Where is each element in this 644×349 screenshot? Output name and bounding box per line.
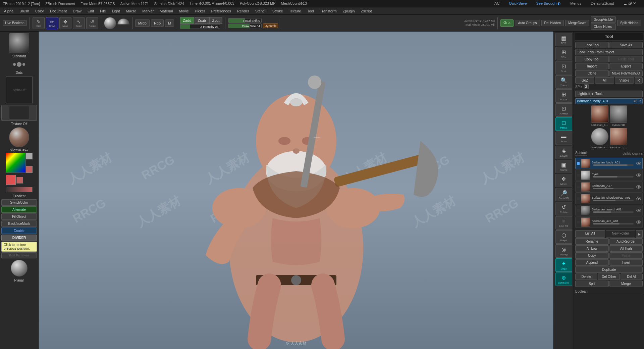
subtool-eye-1[interactable] bbox=[636, 162, 641, 165]
scr4-btn[interactable]: ⊡ Scr4 bbox=[555, 61, 572, 74]
spix-display-val[interactable]: 3 bbox=[584, 84, 589, 89]
grp-btn[interactable]: Grp. bbox=[500, 19, 514, 27]
m-btn[interactable]: M bbox=[165, 19, 174, 27]
brush-preview[interactable] bbox=[9, 33, 29, 53]
load-tools-from-project-btn[interactable]: Load Tools From Project bbox=[575, 49, 643, 55]
zcut-btn[interactable]: Zcut bbox=[209, 17, 222, 24]
menu-file[interactable]: File bbox=[97, 8, 109, 14]
menu-stroke[interactable]: Stroke bbox=[270, 8, 286, 14]
move-viewport-btn[interactable]: ✥ Move bbox=[555, 174, 572, 187]
r-btn[interactable]: R bbox=[635, 77, 643, 84]
menu-zplugin[interactable]: Zplugin bbox=[340, 8, 358, 14]
goz-btn[interactable]: GoZ bbox=[575, 77, 594, 84]
menus-btn[interactable]: Menus bbox=[570, 1, 581, 6]
menu-material[interactable]: Material bbox=[157, 8, 175, 14]
dots-preview[interactable] bbox=[9, 59, 29, 69]
rename-btn[interactable]: Rename bbox=[575, 238, 609, 245]
divider-btn[interactable]: DIVIDER bbox=[1, 235, 37, 241]
subtool-eye-5[interactable] bbox=[636, 209, 641, 212]
lightbox-tools-btn[interactable]: Lightbox ► Tools bbox=[575, 91, 643, 97]
auto-groups-btn[interactable]: Auto Groups bbox=[515, 20, 540, 26]
move-btn[interactable]: ✥ Move bbox=[59, 17, 71, 29]
close-holes-btn[interactable]: Close Holes bbox=[591, 23, 616, 30]
menu-color[interactable]: Color bbox=[33, 8, 47, 14]
new-folder-btn[interactable]: New Folder bbox=[606, 230, 636, 238]
window-controls[interactable]: 🗕 🗗 ✕ bbox=[624, 1, 636, 6]
visible-btn[interactable]: Visible bbox=[615, 77, 634, 84]
make-polymesh-btn[interactable]: Make PolyMesh3D bbox=[609, 70, 643, 77]
see-through-btn[interactable]: See-through ◐ bbox=[536, 1, 561, 6]
floor-btn[interactable]: ▬ Floor bbox=[555, 132, 572, 145]
mrgb-btn[interactable]: Mrgb bbox=[135, 19, 150, 27]
tertiary-color-swatch[interactable] bbox=[26, 166, 33, 173]
menu-macro[interactable]: Macro bbox=[123, 8, 139, 14]
save-as-btn[interactable]: Save As bbox=[609, 42, 643, 48]
subtool-slider-6[interactable] bbox=[593, 223, 634, 225]
subtool-eye-2[interactable] bbox=[636, 173, 641, 177]
subtool-slider-5[interactable] bbox=[593, 211, 634, 213]
alternate-btn[interactable]: Alternate bbox=[1, 206, 37, 213]
switch-color-btn[interactable]: SwitchColor bbox=[1, 199, 37, 206]
primary-color-swatch[interactable] bbox=[6, 175, 16, 185]
list-all-btn[interactable]: List All bbox=[575, 230, 605, 238]
all-high-btn[interactable]: All High bbox=[609, 245, 643, 252]
menu-zscript[interactable]: Zscript bbox=[358, 8, 375, 14]
gradient-label[interactable]: Gradient bbox=[1, 194, 37, 199]
duplicate-btn[interactable]: Duplicate bbox=[575, 266, 643, 273]
subtool-eye-3[interactable] bbox=[636, 185, 641, 189]
menu-movie[interactable]: Movie bbox=[176, 8, 191, 14]
menu-transform[interactable]: Transform bbox=[317, 8, 339, 14]
subtool-item-5[interactable]: Barbarian_sword_A01 bbox=[575, 205, 643, 216]
edit-btn[interactable]: ✎ Edit bbox=[33, 17, 45, 29]
subtool-slider-2[interactable] bbox=[593, 176, 634, 178]
texture-off-label[interactable]: Texture Off bbox=[1, 121, 37, 127]
subtool-item-2[interactable]: Eyes bbox=[575, 169, 643, 181]
texture-off-btn[interactable] bbox=[1, 105, 37, 121]
aahalf-btn[interactable]: ⊡ AAHalf bbox=[555, 103, 572, 117]
tool-thumb-simple-brush[interactable]: SimpleBrush bbox=[591, 128, 608, 149]
zoom-btn[interactable]: 🔍 Zoom bbox=[555, 75, 572, 89]
menu-tool[interactable]: Tool bbox=[305, 8, 317, 14]
append-btn[interactable]: Append bbox=[575, 259, 609, 266]
subtool-slider-3[interactable] bbox=[593, 188, 634, 189]
auto-reorder-btn[interactable]: AutoReorder bbox=[609, 238, 643, 245]
spix-btn[interactable]: ⊞ SPix bbox=[555, 47, 572, 60]
subtool-eye-6[interactable] bbox=[636, 220, 641, 224]
half-sphere-icon[interactable] bbox=[117, 18, 129, 31]
zadd-btn[interactable]: Zadd bbox=[180, 17, 194, 24]
draw-btn[interactable]: ✏ Draw bbox=[46, 17, 58, 29]
actual-btn[interactable]: ⊞ Actual bbox=[555, 89, 572, 103]
draw-size-slider[interactable]: Draw Size 64 bbox=[228, 23, 262, 28]
menu-picker[interactable]: Picker bbox=[192, 8, 208, 14]
active-tool-r[interactable]: R bbox=[639, 99, 641, 103]
transp-btn[interactable]: ◎ Transp bbox=[555, 244, 572, 258]
fill-object-btn[interactable]: FillObject bbox=[1, 213, 37, 220]
default-script[interactable]: DefaultZScript bbox=[591, 1, 614, 6]
del-hidden-btn[interactable]: Del Hidden bbox=[541, 20, 564, 26]
menu-brush[interactable]: Brush bbox=[17, 8, 32, 14]
menu-texture[interactable]: Texture bbox=[286, 8, 304, 14]
alpha-preview[interactable]: Alpha Off bbox=[6, 77, 33, 103]
subtool-item-1[interactable]: Barbarian_body_A01 bbox=[575, 158, 643, 169]
zsub-btn[interactable]: Zsub bbox=[195, 17, 209, 24]
quicksave-btn[interactable]: QuickSave bbox=[509, 1, 527, 6]
dots-label[interactable]: Dots bbox=[1, 70, 37, 75]
split-hidden-btn[interactable]: Split Hidden bbox=[617, 20, 641, 26]
folder-arrow-btn[interactable]: ▶ bbox=[636, 230, 643, 238]
persp-btn[interactable]: ◻ Persp bbox=[555, 117, 572, 131]
clone-btn[interactable]: Clone bbox=[575, 70, 609, 77]
copy-btn[interactable]: Copy bbox=[575, 252, 609, 259]
subtool-slider-1[interactable] bbox=[593, 164, 634, 166]
polyf-btn[interactable]: ⬡ PolyF bbox=[555, 230, 572, 244]
material-preview[interactable] bbox=[9, 127, 29, 147]
insert-btn[interactable]: Insert bbox=[609, 259, 643, 266]
delete-btn[interactable]: Delete bbox=[575, 273, 597, 280]
menu-draw[interactable]: Draw bbox=[70, 8, 84, 14]
planar-label[interactable]: Planar bbox=[1, 278, 37, 283]
z-intensity-slider[interactable]: Z Intensity 25 bbox=[180, 24, 220, 29]
line-fill-btn[interactable]: ≡ Line Fill bbox=[555, 216, 572, 230]
split-btn[interactable]: Split bbox=[575, 281, 609, 287]
rgb-btn[interactable]: Rgb bbox=[151, 19, 164, 27]
live-boolean-toggle[interactable]: Live Boolean bbox=[3, 20, 27, 26]
paste-btn[interactable]: Paste bbox=[609, 252, 643, 259]
